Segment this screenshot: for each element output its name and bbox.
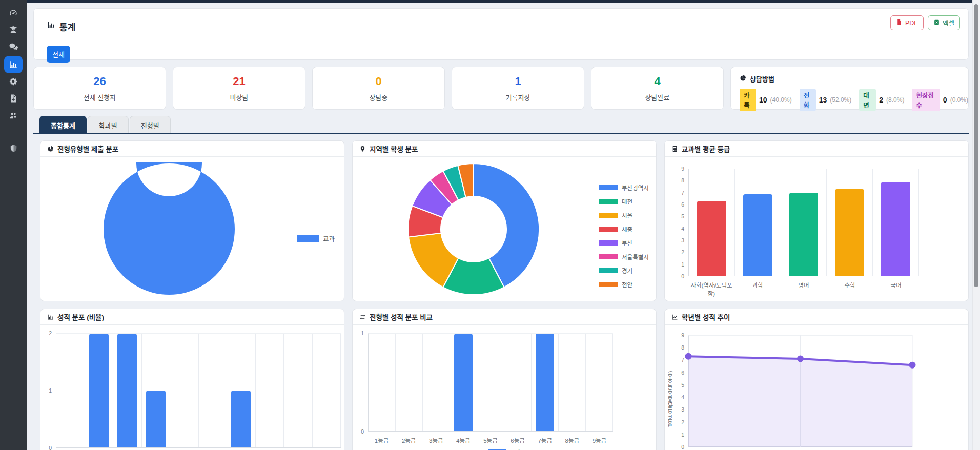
header-divider (47, 40, 955, 40)
data-point-1[interactable] (685, 353, 692, 360)
y-axis-tick: 9 (665, 332, 684, 338)
tab-종합통계[interactable]: 종합통계 (39, 116, 87, 134)
filter-all-button[interactable]: 전체 (47, 46, 70, 63)
export-excel-button[interactable]: 엑셀 (928, 15, 960, 30)
sidebar-item-gear[interactable] (4, 74, 23, 89)
export-pdf-button[interactable]: PDF (890, 15, 924, 30)
legend-item-부산광역시[interactable]: 부산광역시 (599, 183, 649, 192)
y-axis-tick: 1 (40, 387, 52, 394)
sidebar-item-file-export[interactable] (4, 91, 23, 106)
y-axis-tick: 6 (665, 201, 684, 208)
bar-영어[interactable] (789, 193, 819, 276)
y-axis-title: 평균등급(낮을수록 우수) (667, 355, 675, 427)
legend-swatch (599, 213, 618, 218)
chart-title: 학년별 성적 추이 (682, 312, 730, 322)
legend-item-교과[interactable]: 교과 (488, 448, 520, 450)
chart-card-header: 학년별 성적 추이 (665, 309, 968, 325)
map-marker-icon (359, 146, 366, 152)
chart-card-1: 지역별 학생 분포부산광역시대전서울세종부산서울특별시경기천안 (352, 140, 657, 301)
pie-chart-icon (47, 146, 54, 152)
chart-card-header: 전형유형별 제출 분포 (40, 141, 344, 157)
bar-국어[interactable] (881, 182, 910, 276)
bar-slot-7[interactable] (231, 391, 251, 447)
bar-slot-3[interactable] (117, 334, 137, 447)
sidebar-item-comments[interactable] (4, 39, 23, 54)
legend-item-서울특별시[interactable]: 서울특별시 (599, 253, 649, 261)
x-axis-label: 수학 (827, 281, 873, 297)
bar-slot (450, 334, 477, 431)
y-axis-tick: 2 (665, 249, 684, 255)
chart-body: 012 (40, 325, 344, 450)
bar-slot (227, 334, 256, 447)
bar-slot (284, 334, 313, 447)
line-chart-icon (671, 314, 678, 320)
tab-학과별[interactable]: 학과별 (88, 116, 129, 134)
page-scrollbar-thumb[interactable] (974, 4, 978, 287)
bar-slot (142, 334, 171, 447)
chart-legend: 교과 (297, 234, 335, 243)
bar-slot (85, 334, 114, 447)
consult-method-item-1: 전화13(52.0%) (800, 89, 852, 111)
chart-card-4: 전형별 성적 분포 비교011등급2등급3등급4등급5등급6등급7등급8등급9등… (352, 309, 657, 450)
line-area-fill (688, 356, 912, 447)
legend-item-서울[interactable]: 서울 (599, 211, 649, 219)
consult-method-item-0: 카톡10(40.0%) (740, 89, 792, 111)
y-axis-tick: 3 (665, 237, 684, 243)
legend-item-천안[interactable]: 천안 (599, 280, 649, 289)
legend-label: 교과 (509, 448, 520, 450)
consult-method-value: 10 (759, 96, 767, 104)
x-axis-label: 4등급 (450, 436, 477, 444)
x-axis-label: 국어 (873, 281, 919, 297)
bar-과학[interactable] (743, 194, 772, 276)
consult-method-value: 2 (879, 96, 883, 104)
sidebar-item-tachometer[interactable] (4, 5, 23, 21)
bar-수학[interactable] (835, 189, 864, 276)
bar-7등급[interactable] (536, 334, 554, 431)
chart-body: 011등급2등급3등급4등급5등급6등급7등급8등급9등급교과 (353, 325, 656, 450)
page-scrollbar-track[interactable] (972, 0, 980, 450)
bar-slot (56, 334, 85, 447)
legend-item-세종[interactable]: 세종 (599, 225, 649, 233)
y-axis-tick: 9 (665, 166, 684, 172)
legend-item-교과[interactable]: 교과 (297, 234, 335, 243)
stat-card-3: 1기록저장 (452, 67, 584, 110)
x-axis-label: 영어 (781, 281, 827, 297)
bar-slot-2[interactable] (89, 334, 109, 447)
tab-bar: 종합통계학과별전형별 (39, 116, 171, 134)
tab-전형별[interactable]: 전형별 (130, 116, 171, 134)
bar-plot-area (368, 333, 613, 432)
x-axis-labels: 1등급2등급3등급4등급5등급6등급7등급8등급9등급 (368, 436, 613, 444)
sidebar-item-bar-chart[interactable] (4, 56, 23, 73)
legend-item-대전[interactable]: 대전 (599, 197, 649, 206)
line-chart (684, 331, 916, 450)
consult-method-badge: 현장접수 (912, 89, 940, 111)
chart-card-header: 교과별 평균 등급 (665, 141, 968, 157)
y-axis-tick: 0 (665, 273, 684, 279)
pdf-button-label: PDF (905, 19, 918, 27)
chart-card-header: 성적 분포 (비율) (40, 309, 344, 325)
stat-label: 전체 신청자 (84, 92, 116, 102)
consult-method-percent: (40.0%) (770, 96, 792, 104)
chart-title: 전형유형별 제출 분포 (57, 144, 118, 154)
data-point-3[interactable] (909, 362, 916, 369)
bar-chart-icon (9, 60, 18, 69)
sidebar-item-shield[interactable] (4, 140, 23, 156)
legend-item-부산[interactable]: 부산 (599, 239, 649, 247)
legend-label: 서울특별시 (622, 253, 649, 261)
chart-legend: 교과 (353, 448, 656, 450)
bar-slot (313, 334, 341, 447)
bar-4등급[interactable] (454, 334, 473, 431)
consult-method-value: 0 (943, 96, 947, 104)
chart-card-3: 성적 분포 (비율)012 (40, 309, 344, 450)
legend-item-경기[interactable]: 경기 (599, 267, 649, 275)
sidebar-item-users-gear[interactable] (4, 108, 23, 123)
bar-slot (256, 334, 284, 447)
legend-label: 천안 (622, 280, 632, 289)
legend-label: 경기 (622, 267, 632, 275)
calculator-icon (671, 146, 678, 152)
bar-slot-4[interactable] (146, 391, 166, 447)
sidebar-item-student[interactable] (4, 22, 23, 37)
bar-사회(역사/도덕포함)[interactable] (697, 201, 726, 276)
page-header-card: 통계 전체 PDF 엑셀 (33, 8, 969, 60)
data-point-2[interactable] (797, 356, 804, 362)
